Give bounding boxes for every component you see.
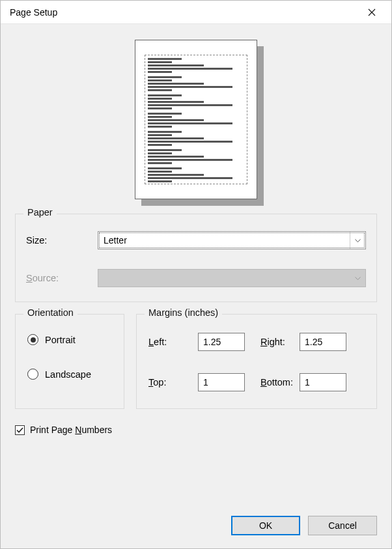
landscape-radio[interactable]: Landscape — [27, 369, 112, 380]
bottom-label: Bottom: — [249, 377, 300, 387]
ok-button[interactable]: OK — [231, 516, 300, 535]
source-label: Source: — [26, 273, 98, 283]
left-label: Left: — [148, 337, 198, 347]
chevron-down-icon — [350, 232, 365, 249]
paper-legend: Paper — [23, 207, 57, 218]
close-button[interactable] — [357, 1, 386, 23]
size-value: Letter — [98, 235, 350, 246]
close-icon — [368, 8, 376, 16]
source-combo — [98, 269, 366, 287]
orientation-legend: Orientation — [23, 307, 77, 318]
page-preview — [135, 40, 257, 199]
top-label: Top: — [148, 377, 198, 387]
margins-legend: Margins (inches) — [145, 307, 222, 318]
size-label: Size: — [26, 235, 98, 246]
orientation-group: Orientation Portrait Landscape — [15, 314, 124, 409]
page-setup-dialog: Page Setup — [0, 0, 392, 549]
print-page-numbers-label: Print Page Numbers — [30, 425, 112, 435]
margins-group: Margins (inches) Left: Right: Top: Botto… — [136, 314, 377, 409]
radio-icon — [27, 369, 38, 380]
size-combo[interactable]: Letter — [98, 231, 366, 249]
paper-group: Paper Size: Letter Source: — [15, 214, 377, 302]
landscape-label: Landscape — [45, 369, 91, 380]
dialog-buttons: OK Cancel — [15, 516, 377, 535]
portrait-radio[interactable]: Portrait — [27, 334, 112, 345]
dialog-content: Paper Size: Letter Source: — [1, 24, 391, 548]
right-input[interactable] — [300, 333, 346, 351]
radio-icon — [27, 334, 38, 345]
print-page-numbers-checkbox[interactable]: Print Page Numbers — [15, 425, 377, 435]
cancel-button[interactable]: Cancel — [308, 516, 377, 535]
page-preview-area — [15, 33, 377, 214]
bottom-input[interactable] — [300, 373, 346, 391]
checkbox-icon — [15, 425, 25, 435]
chevron-down-icon — [350, 270, 365, 287]
top-input[interactable] — [198, 373, 245, 391]
left-input[interactable] — [198, 333, 245, 351]
portrait-label: Portrait — [45, 335, 76, 345]
titlebar: Page Setup — [1, 1, 391, 24]
dialog-title: Page Setup — [10, 7, 57, 18]
right-label: Right: — [249, 337, 300, 347]
